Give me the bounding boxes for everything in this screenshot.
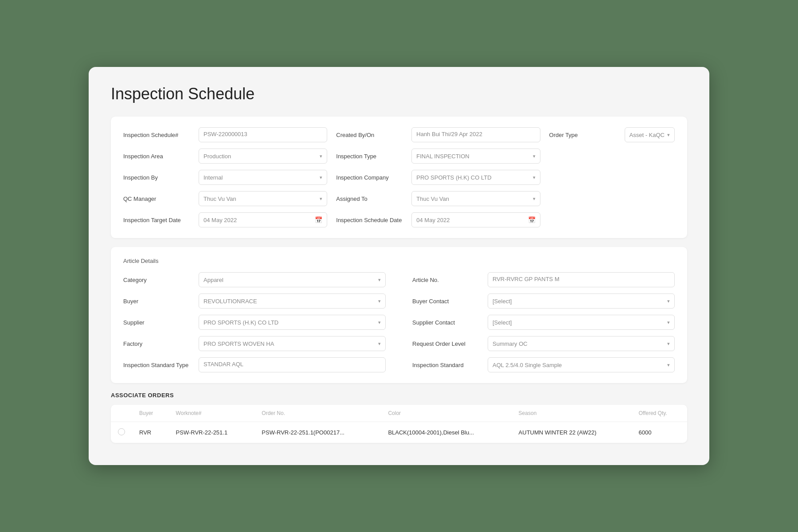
supplier-contact-dropdown[interactable]: [Select] ▾	[488, 315, 675, 330]
top-middle-col: Created By/On Hanh Bui Thi/29 Apr 2022 I…	[336, 127, 540, 227]
inspection-standard-type-value[interactable]: STANDAR AQL	[199, 357, 386, 372]
buyer-contact-dropdown[interactable]: [Select] ▾	[488, 293, 675, 309]
chevron-down-icon: ▾	[378, 277, 381, 283]
inspection-type-dropdown[interactable]: FINAL INSPECTION ▾	[411, 149, 540, 164]
main-window: Inspection Schedule Inspection Schedule#…	[89, 67, 709, 465]
inspection-area-dropdown[interactable]: Production ▾	[199, 149, 327, 164]
buyer-dropdown[interactable]: REVOLUTIONRACE ▾	[199, 293, 386, 309]
chevron-down-icon: ▾	[667, 320, 670, 325]
chevron-down-icon: ▾	[667, 298, 670, 304]
buyer-contact-label: Buyer Contact	[412, 298, 483, 305]
top-left-col: Inspection Schedule# PSW-220000013 Inspe…	[123, 127, 327, 227]
chevron-down-icon: ▾	[533, 153, 536, 159]
chevron-down-icon: ▾	[378, 341, 381, 347]
article-details-card: Article Details Category Apparel ▾ Buyer…	[111, 247, 687, 383]
row-checkbox-cell	[111, 422, 132, 443]
order-no-col-header: Order No.	[254, 405, 381, 422]
article-no-value[interactable]: RVR-RVRC GP PANTS M	[488, 272, 675, 287]
supplier-dropdown[interactable]: PRO SPORTS (H.K) CO LTD ▾	[199, 315, 386, 330]
inspection-schedule-date-row: Inspection Schedule Date 04 May 2022 📅	[336, 212, 540, 227]
color-col-header: Color	[381, 405, 511, 422]
schedule-number-value[interactable]: PSW-220000013	[199, 127, 327, 142]
assigned-to-label: Assigned To	[336, 196, 407, 202]
table-header-row: Buyer Worknote# Order No. Color Season O…	[111, 405, 687, 422]
row-checkbox[interactable]	[118, 428, 125, 435]
chevron-down-icon: ▾	[533, 196, 536, 202]
inspection-company-row: Inspection Company PRO SPORTS (H.K) CO L…	[336, 170, 540, 185]
factory-label: Factory	[123, 340, 194, 347]
table-row[interactable]: RVR PSW-RVR-22-251.1 PSW-RVR-22-251.1(PO…	[111, 422, 687, 443]
supplier-label: Supplier	[123, 319, 194, 326]
supplier-contact-row: Supplier Contact [Select] ▾	[412, 315, 675, 330]
buyer-row: Buyer REVOLUTIONRACE ▾	[123, 293, 386, 309]
schedule-number-row: Inspection Schedule# PSW-220000013	[123, 127, 327, 142]
factory-dropdown[interactable]: PRO SPORTS WOVEN HA ▾	[199, 336, 386, 351]
inspection-company-dropdown[interactable]: PRO SPORTS (H.K) CO LTD ▾	[411, 170, 540, 185]
created-by-label: Created By/On	[336, 132, 407, 138]
assigned-to-dropdown[interactable]: Thuc Vu Van ▾	[411, 191, 540, 206]
inspection-target-date-label: Inspection Target Date	[123, 217, 194, 223]
order-type-label: Order Type	[549, 132, 620, 138]
assigned-to-row: Assigned To Thuc Vu Van ▾	[336, 191, 540, 206]
article-no-row: Article No. RVR-RVRC GP PANTS M	[412, 272, 675, 287]
checkbox-col-header	[111, 405, 132, 422]
chevron-down-icon: ▾	[667, 362, 670, 368]
worknote-col-header: Worknote#	[169, 405, 255, 422]
row-offered-qty: 6000	[631, 422, 687, 443]
qc-manager-row: QC Manager Thuc Vu Van ▾	[123, 191, 327, 206]
buyer-contact-row: Buyer Contact [Select] ▾	[412, 293, 675, 309]
article-right-col: Article No. RVR-RVRC GP PANTS M Buyer Co…	[412, 272, 675, 372]
inspection-by-row: Inspection By Internal ▾	[123, 170, 327, 185]
associate-orders-title: ASSOCIATE ORDERS	[111, 392, 687, 399]
inspection-standard-type-row: Inspection Standard Type STANDAR AQL	[123, 357, 386, 372]
calendar-icon: 📅	[315, 216, 322, 223]
inspection-by-dropdown[interactable]: Internal ▾	[199, 170, 327, 185]
chevron-down-icon: ▾	[533, 175, 536, 180]
offered-qty-col-header: Offered Qty.	[631, 405, 687, 422]
created-by-value: Hanh Bui Thi/29 Apr 2022	[411, 127, 540, 142]
inspection-standard-label: Inspection Standard	[412, 362, 483, 368]
inspection-schedule-card: Inspection Schedule# PSW-220000013 Inspe…	[111, 117, 687, 238]
orders-table-container: Buyer Worknote# Order No. Color Season O…	[111, 405, 687, 443]
inspection-standard-row: Inspection Standard AQL 2.5/4.0 Single S…	[412, 357, 675, 372]
orders-table: Buyer Worknote# Order No. Color Season O…	[111, 405, 687, 443]
inspection-target-date-input[interactable]: 04 May 2022 📅	[199, 212, 327, 227]
chevron-down-icon: ▾	[320, 153, 322, 159]
associate-orders-section: ASSOCIATE ORDERS Buyer Worknote# Order N…	[111, 392, 687, 443]
request-order-level-label: Request Order Level	[412, 340, 483, 347]
supplier-contact-label: Supplier Contact	[412, 319, 483, 326]
calendar-icon: 📅	[528, 216, 536, 223]
chevron-down-icon: ▾	[378, 320, 381, 325]
buyer-col-header: Buyer	[132, 405, 169, 422]
row-order-no: PSW-RVR-22-251.1(PO00217...	[254, 422, 381, 443]
inspection-standard-dropdown[interactable]: AQL 2.5/4.0 Single Sample ▾	[488, 357, 675, 372]
row-season: AUTUMN WINTER 22 (AW22)	[512, 422, 632, 443]
qc-manager-dropdown[interactable]: Thuc Vu Van ▾	[199, 191, 327, 206]
request-order-level-row: Request Order Level Summary OC ▾	[412, 336, 675, 351]
buyer-label: Buyer	[123, 298, 194, 305]
order-type-dropdown[interactable]: Asset - KaQC ▾	[625, 127, 675, 142]
category-dropdown[interactable]: Apparel ▾	[199, 272, 386, 287]
chevron-down-icon: ▾	[320, 196, 322, 202]
qc-manager-label: QC Manager	[123, 196, 194, 202]
inspection-type-row: Inspection Type FINAL INSPECTION ▾	[336, 149, 540, 164]
season-col-header: Season	[512, 405, 632, 422]
inspection-standard-type-label: Inspection Standard Type	[123, 362, 194, 368]
supplier-row: Supplier PRO SPORTS (H.K) CO LTD ▾	[123, 315, 386, 330]
category-row: Category Apparel ▾	[123, 272, 386, 287]
row-buyer: RVR	[132, 422, 169, 443]
inspection-schedule-date-label: Inspection Schedule Date	[336, 217, 407, 223]
inspection-company-label: Inspection Company	[336, 174, 407, 181]
article-left-col: Category Apparel ▾ Buyer REVOLUTIONRACE …	[123, 272, 386, 372]
inspection-schedule-date-input[interactable]: 04 May 2022 📅	[411, 212, 540, 227]
chevron-down-icon: ▾	[320, 175, 322, 180]
row-worknote: PSW-RVR-22-251.1	[169, 422, 255, 443]
request-order-level-dropdown[interactable]: Summary OC ▾	[488, 336, 675, 351]
order-type-row: Order Type Asset - KaQC ▾	[549, 127, 675, 142]
inspection-target-date-row: Inspection Target Date 04 May 2022 📅	[123, 212, 327, 227]
chevron-down-icon: ▾	[667, 132, 670, 138]
inspection-type-label: Inspection Type	[336, 153, 407, 160]
page-title: Inspection Schedule	[111, 85, 687, 103]
category-label: Category	[123, 277, 194, 283]
inspection-area-label: Inspection Area	[123, 153, 194, 160]
